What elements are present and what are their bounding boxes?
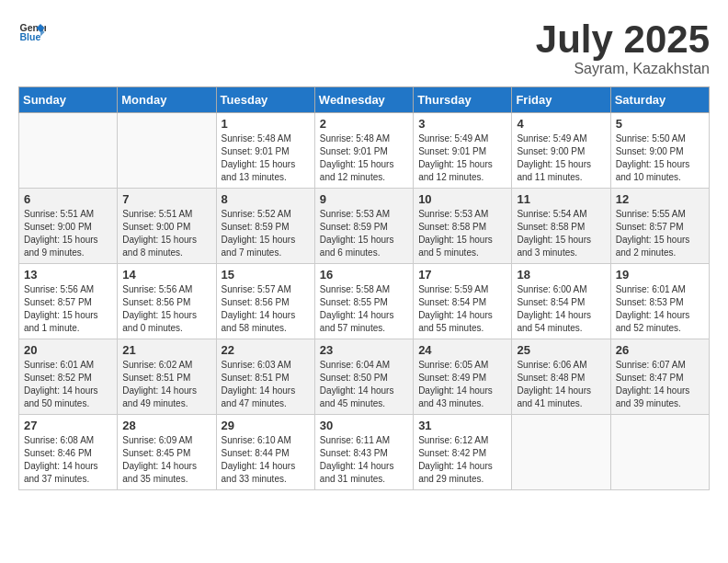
calendar-day-cell: 5Sunrise: 5:50 AM Sunset: 9:00 PM Daylig… [610, 113, 709, 189]
calendar-day-cell: 23Sunrise: 6:04 AM Sunset: 8:50 PM Dayli… [314, 339, 413, 415]
calendar-day-cell: 18Sunrise: 6:00 AM Sunset: 8:54 PM Dayli… [512, 264, 610, 339]
day-number: 2 [320, 117, 408, 131]
day-info: Sunrise: 5:49 AM Sunset: 9:00 PM Dayligh… [517, 132, 605, 184]
day-number: 29 [222, 419, 310, 432]
day-number: 27 [24, 419, 112, 432]
day-number: 26 [616, 343, 704, 357]
calendar-table: SundayMondayTuesdayWednesdayThursdayFrid… [18, 86, 710, 490]
day-info: Sunrise: 6:10 AM Sunset: 8:44 PM Dayligh… [222, 434, 310, 486]
day-info: Sunrise: 5:51 AM Sunset: 9:00 PM Dayligh… [122, 208, 210, 259]
calendar-day-cell: 10Sunrise: 5:53 AM Sunset: 8:58 PM Dayli… [414, 189, 512, 264]
day-info: Sunrise: 5:50 AM Sunset: 9:00 PM Dayligh… [616, 132, 704, 184]
weekday-header-wednesday: Wednesday [314, 87, 413, 113]
calendar-day-cell: 1Sunrise: 5:48 AM Sunset: 9:01 PM Daylig… [216, 113, 314, 189]
day-number: 7 [122, 192, 210, 206]
day-number: 10 [418, 192, 506, 206]
day-info: Sunrise: 5:56 AM Sunset: 8:56 PM Dayligh… [122, 283, 210, 335]
day-info: Sunrise: 5:48 AM Sunset: 9:01 PM Dayligh… [320, 132, 408, 184]
calendar-day-cell: 16Sunrise: 5:58 AM Sunset: 8:55 PM Dayli… [314, 264, 413, 339]
day-number: 12 [616, 192, 704, 206]
day-info: Sunrise: 5:49 AM Sunset: 9:01 PM Dayligh… [418, 132, 506, 184]
day-number: 5 [616, 117, 704, 131]
weekday-header-friday: Friday [512, 87, 610, 113]
calendar-day-cell: 12Sunrise: 5:55 AM Sunset: 8:57 PM Dayli… [610, 189, 709, 264]
day-number: 9 [320, 192, 408, 206]
calendar-day-cell: 25Sunrise: 6:06 AM Sunset: 8:48 PM Dayli… [512, 339, 610, 415]
day-info: Sunrise: 6:09 AM Sunset: 8:45 PM Dayligh… [122, 434, 210, 486]
day-info: Sunrise: 5:53 AM Sunset: 8:59 PM Dayligh… [320, 208, 408, 259]
day-number: 28 [122, 419, 210, 432]
day-number: 16 [320, 268, 408, 282]
day-number: 3 [418, 117, 506, 131]
calendar-day-cell: 2Sunrise: 5:48 AM Sunset: 9:01 PM Daylig… [314, 113, 413, 189]
logo-icon: General Blue [18, 18, 46, 46]
calendar-day-cell: 14Sunrise: 5:56 AM Sunset: 8:56 PM Dayli… [118, 264, 216, 339]
day-number: 17 [418, 268, 506, 282]
calendar-week-row: 27Sunrise: 6:08 AM Sunset: 8:46 PM Dayli… [19, 415, 710, 490]
day-info: Sunrise: 5:48 AM Sunset: 9:01 PM Dayligh… [222, 132, 310, 184]
weekday-header-thursday: Thursday [414, 87, 512, 113]
day-number: 4 [517, 117, 605, 131]
calendar-day-cell: 22Sunrise: 6:03 AM Sunset: 8:51 PM Dayli… [216, 339, 314, 415]
calendar-day-cell: 9Sunrise: 5:53 AM Sunset: 8:59 PM Daylig… [314, 189, 413, 264]
calendar-day-cell: 19Sunrise: 6:01 AM Sunset: 8:53 PM Dayli… [610, 264, 709, 339]
calendar-day-cell: 20Sunrise: 6:01 AM Sunset: 8:52 PM Dayli… [19, 339, 118, 415]
calendar-day-cell: 31Sunrise: 6:12 AM Sunset: 8:42 PM Dayli… [414, 415, 512, 490]
day-number: 6 [24, 192, 112, 206]
calendar-day-cell: 4Sunrise: 5:49 AM Sunset: 9:00 PM Daylig… [512, 113, 610, 189]
subtitle: Sayram, Kazakhstan [536, 61, 710, 77]
day-number: 31 [418, 419, 506, 432]
calendar-week-row: 13Sunrise: 5:56 AM Sunset: 8:57 PM Dayli… [19, 264, 710, 339]
calendar-day-cell [118, 113, 216, 189]
day-info: Sunrise: 6:00 AM Sunset: 8:54 PM Dayligh… [517, 283, 605, 335]
calendar-day-cell [19, 113, 118, 189]
calendar-week-row: 20Sunrise: 6:01 AM Sunset: 8:52 PM Dayli… [19, 339, 710, 415]
calendar-week-row: 1Sunrise: 5:48 AM Sunset: 9:01 PM Daylig… [19, 113, 710, 189]
day-info: Sunrise: 5:59 AM Sunset: 8:54 PM Dayligh… [418, 283, 506, 335]
day-number: 24 [418, 343, 506, 357]
day-number: 14 [122, 268, 210, 282]
day-number: 11 [517, 192, 605, 206]
weekday-header-monday: Monday [118, 87, 216, 113]
day-info: Sunrise: 5:52 AM Sunset: 8:59 PM Dayligh… [222, 208, 310, 259]
day-info: Sunrise: 6:05 AM Sunset: 8:49 PM Dayligh… [418, 359, 506, 410]
day-info: Sunrise: 6:11 AM Sunset: 8:43 PM Dayligh… [320, 434, 408, 486]
day-info: Sunrise: 6:02 AM Sunset: 8:51 PM Dayligh… [122, 359, 210, 410]
calendar-day-cell [610, 415, 709, 490]
weekday-header-tuesday: Tuesday [216, 87, 314, 113]
day-number: 15 [222, 268, 310, 282]
calendar-day-cell: 26Sunrise: 6:07 AM Sunset: 8:47 PM Dayli… [610, 339, 709, 415]
day-info: Sunrise: 5:54 AM Sunset: 8:58 PM Dayligh… [517, 208, 605, 259]
day-info: Sunrise: 6:03 AM Sunset: 8:51 PM Dayligh… [222, 359, 310, 410]
day-info: Sunrise: 5:55 AM Sunset: 8:57 PM Dayligh… [616, 208, 704, 259]
calendar-day-cell: 29Sunrise: 6:10 AM Sunset: 8:44 PM Dayli… [216, 415, 314, 490]
svg-text:Blue: Blue [20, 31, 41, 42]
title-area: July 2025 Sayram, Kazakhstan [536, 18, 710, 77]
calendar-day-cell: 7Sunrise: 5:51 AM Sunset: 9:00 PM Daylig… [118, 189, 216, 264]
calendar-day-cell: 24Sunrise: 6:05 AM Sunset: 8:49 PM Dayli… [414, 339, 512, 415]
day-number: 23 [320, 343, 408, 357]
day-number: 18 [517, 268, 605, 282]
day-info: Sunrise: 5:57 AM Sunset: 8:56 PM Dayligh… [222, 283, 310, 335]
day-number: 30 [320, 419, 408, 432]
day-number: 20 [24, 343, 112, 357]
calendar-day-cell: 11Sunrise: 5:54 AM Sunset: 8:58 PM Dayli… [512, 189, 610, 264]
day-info: Sunrise: 6:08 AM Sunset: 8:46 PM Dayligh… [24, 434, 112, 486]
day-info: Sunrise: 5:53 AM Sunset: 8:58 PM Dayligh… [418, 208, 506, 259]
day-info: Sunrise: 6:04 AM Sunset: 8:50 PM Dayligh… [320, 359, 408, 410]
calendar-day-cell: 30Sunrise: 6:11 AM Sunset: 8:43 PM Dayli… [314, 415, 413, 490]
day-number: 1 [222, 117, 310, 131]
calendar-day-cell: 13Sunrise: 5:56 AM Sunset: 8:57 PM Dayli… [19, 264, 118, 339]
weekday-header-sunday: Sunday [19, 87, 118, 113]
calendar-day-cell [512, 415, 610, 490]
day-info: Sunrise: 5:56 AM Sunset: 8:57 PM Dayligh… [24, 283, 112, 335]
day-info: Sunrise: 6:01 AM Sunset: 8:53 PM Dayligh… [616, 283, 704, 335]
main-title: July 2025 [536, 18, 710, 61]
calendar-day-cell: 8Sunrise: 5:52 AM Sunset: 8:59 PM Daylig… [216, 189, 314, 264]
day-number: 19 [616, 268, 704, 282]
logo: General Blue [18, 18, 46, 46]
day-number: 21 [122, 343, 210, 357]
page-header: General Blue July 2025 Sayram, Kazakhsta… [18, 18, 710, 77]
calendar-day-cell: 15Sunrise: 5:57 AM Sunset: 8:56 PM Dayli… [216, 264, 314, 339]
day-info: Sunrise: 6:12 AM Sunset: 8:42 PM Dayligh… [418, 434, 506, 486]
